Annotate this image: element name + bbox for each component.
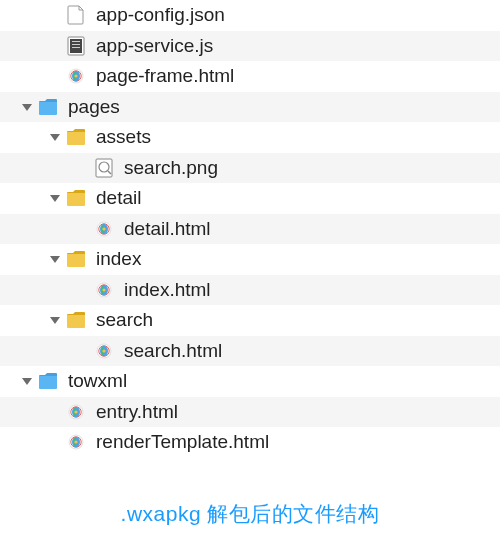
tree-row[interactable]: app-service.js xyxy=(0,31,500,62)
tree-item-label: detail xyxy=(96,187,141,209)
disclosure-arrow-icon xyxy=(48,435,62,449)
folder-yellow-icon xyxy=(66,310,86,330)
disclosure-arrow-icon[interactable] xyxy=(48,313,62,327)
file-html-icon xyxy=(94,280,114,300)
tree-row[interactable]: assets xyxy=(0,122,500,153)
folder-blue-icon xyxy=(38,371,58,391)
disclosure-arrow-icon[interactable] xyxy=(48,130,62,144)
file-json-icon xyxy=(66,5,86,25)
disclosure-arrow-icon xyxy=(48,69,62,83)
disclosure-arrow-icon[interactable] xyxy=(20,100,34,114)
disclosure-arrow-icon xyxy=(48,405,62,419)
tree-row[interactable]: app-config.json xyxy=(0,0,500,31)
tree-row[interactable]: towxml xyxy=(0,366,500,397)
tree-item-label: index.html xyxy=(124,279,211,301)
folder-yellow-icon xyxy=(66,127,86,147)
file-png-icon xyxy=(94,158,114,178)
tree-row[interactable]: page-frame.html xyxy=(0,61,500,92)
tree-row[interactable]: index xyxy=(0,244,500,275)
tree-item-label: detail.html xyxy=(124,218,211,240)
disclosure-arrow-icon xyxy=(76,283,90,297)
tree-item-label: page-frame.html xyxy=(96,65,234,87)
tree-item-label: search xyxy=(96,309,153,331)
disclosure-arrow-icon xyxy=(48,39,62,53)
file-html-icon xyxy=(94,341,114,361)
file-html-icon xyxy=(66,402,86,422)
file-html-icon xyxy=(94,219,114,239)
caption-text: .wxapkg 解包后的文件结构 xyxy=(0,500,500,528)
tree-row[interactable]: search.html xyxy=(0,336,500,367)
tree-item-label: entry.html xyxy=(96,401,178,423)
folder-blue-icon xyxy=(38,97,58,117)
disclosure-arrow-icon[interactable] xyxy=(20,374,34,388)
file-js-icon xyxy=(66,36,86,56)
tree-item-label: pages xyxy=(68,96,120,118)
tree-row[interactable]: search.png xyxy=(0,153,500,184)
tree-row[interactable]: index.html xyxy=(0,275,500,306)
tree-item-label: search.png xyxy=(124,157,218,179)
tree-row[interactable]: pages xyxy=(0,92,500,123)
file-html-icon xyxy=(66,432,86,452)
tree-row[interactable]: search xyxy=(0,305,500,336)
tree-item-label: towxml xyxy=(68,370,127,392)
file-html-icon xyxy=(66,66,86,86)
folder-yellow-icon xyxy=(66,188,86,208)
tree-item-label: app-config.json xyxy=(96,4,225,26)
tree-item-label: index xyxy=(96,248,141,270)
folder-yellow-icon xyxy=(66,249,86,269)
disclosure-arrow-icon[interactable] xyxy=(48,191,62,205)
disclosure-arrow-icon xyxy=(76,222,90,236)
file-tree: app-config.jsonapp-service.jspage-frame.… xyxy=(0,0,500,458)
disclosure-arrow-icon xyxy=(48,8,62,22)
disclosure-arrow-icon xyxy=(76,344,90,358)
tree-row[interactable]: entry.html xyxy=(0,397,500,428)
tree-row[interactable]: detail.html xyxy=(0,214,500,245)
tree-item-label: app-service.js xyxy=(96,35,213,57)
tree-item-label: search.html xyxy=(124,340,222,362)
disclosure-arrow-icon[interactable] xyxy=(48,252,62,266)
tree-item-label: assets xyxy=(96,126,151,148)
disclosure-arrow-icon xyxy=(76,161,90,175)
tree-item-label: renderTemplate.html xyxy=(96,431,269,453)
tree-row[interactable]: detail xyxy=(0,183,500,214)
tree-row[interactable]: renderTemplate.html xyxy=(0,427,500,458)
